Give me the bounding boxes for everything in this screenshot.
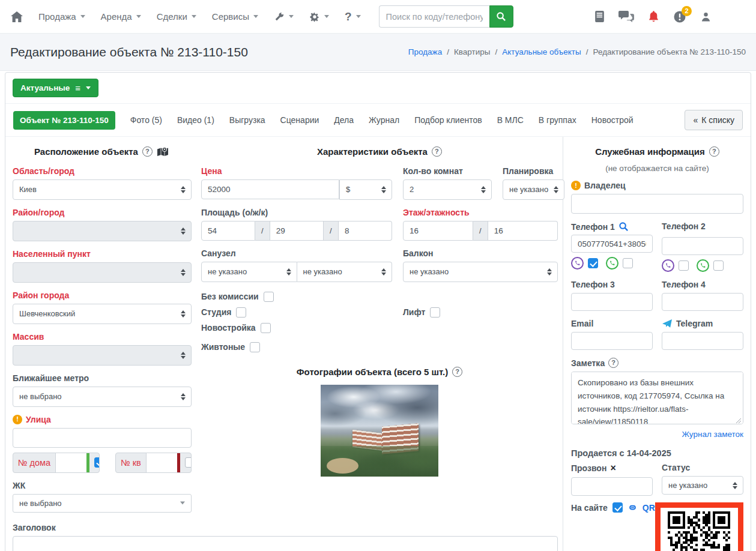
telegram-label: Telegram [662,319,743,328]
nav-item-rent[interactable]: Аренда [101,11,141,22]
help-icon[interactable]: ? [608,358,618,368]
city-district-select[interactable]: Шевченковский [13,304,192,324]
phone1-viber-checkbox[interactable] [588,258,598,268]
phone1-whatsapp-checkbox[interactable] [623,258,633,268]
selling-since-text: Продается с 14-04-2025 [571,448,743,458]
note-textarea[interactable]: Скопировано из базы внешних источников, … [571,372,743,424]
messages-icon[interactable] [618,10,634,23]
nav-item-tools[interactable] [274,11,294,22]
tab-journal[interactable]: Журнал [369,115,399,125]
floors-total-input[interactable] [488,221,558,241]
floor-input[interactable] [403,221,473,241]
balcony-select[interactable]: не указано [403,262,558,282]
double-chevron-left-icon: « [693,115,698,125]
house-apt-row: № дома № кв [13,453,192,473]
qr-code[interactable] [655,502,743,551]
email-input[interactable] [571,332,653,350]
house-number-checkbox[interactable] [94,457,100,468]
journal-icon[interactable] [594,10,605,23]
apt-number-checkbox[interactable] [185,457,192,468]
phone3-input[interactable] [571,293,653,311]
price-input[interactable] [201,179,339,199]
caret-down-icon [356,15,361,18]
qr-link[interactable]: QR [643,503,655,513]
nav-item-deals[interactable]: Сделки [157,11,196,22]
elevator-row: Лифт [403,307,558,318]
area-total-input[interactable] [201,221,255,241]
area-kitchen-input[interactable] [339,221,392,241]
actual-segment-button[interactable]: Актуальные ≡ [13,79,98,97]
clear-icon[interactable]: × [610,463,615,474]
street-input[interactable] [13,428,192,448]
studio-row: Студия [201,307,392,318]
object-photo[interactable] [321,385,438,477]
region-select[interactable]: Киев [13,179,192,200]
phone4-input[interactable] [662,293,743,311]
bathroom-select-1[interactable]: не указано [201,262,297,282]
characteristics-section: Характеристики объекта ? Цена $ Кол [201,140,558,513]
phone2-viber-checkbox[interactable] [679,260,689,271]
house-number-input[interactable] [55,453,86,472]
newbuild-checkbox[interactable] [261,323,271,333]
back-to-list-button[interactable]: « К списку [685,110,743,130]
owner-input[interactable] [571,194,743,214]
breadcrumb-sales[interactable]: Продажа [408,47,442,56]
rooms-select[interactable]: 2 [403,179,492,200]
search-button[interactable] [489,5,513,28]
layout-select[interactable]: не указано [503,179,564,200]
notifications-bell-icon[interactable] [648,10,659,23]
no-commission-checkbox[interactable] [264,292,274,302]
tab-video[interactable]: Видео (1) [177,115,214,125]
tab-scenarios[interactable]: Сценарии [280,115,319,125]
notes-log-link[interactable]: Журнал заметок [571,430,743,439]
area-living-input[interactable] [270,221,324,241]
home-icon[interactable] [11,11,23,22]
nav-item-services[interactable]: Сервисы [212,11,258,22]
title-field-input[interactable] [13,536,558,551]
studio-checkbox[interactable] [236,307,246,318]
nav-item-settings[interactable] [309,11,329,22]
phone2-whatsapp-checkbox[interactable] [713,260,724,271]
select-spinner-icon [181,269,186,276]
help-icon[interactable]: ? [709,146,719,157]
map-icon[interactable] [157,146,170,158]
phone2-label: Телефон 2 [662,221,743,231]
help-icon[interactable]: ? [142,146,153,157]
phone2-input[interactable] [662,237,743,255]
tab-photos[interactable]: Фото (5) [130,115,162,125]
tab-groups[interactable]: В группах [539,115,576,125]
prozvon-input[interactable] [571,477,653,496]
slash-separator: / [324,221,339,241]
link-icon[interactable] [627,502,638,513]
phone2-messengers [662,259,743,272]
breadcrumb-actual-objects[interactable]: Актуальные объекты [502,47,581,56]
apt-number-input[interactable] [146,453,177,472]
telegram-input[interactable] [662,332,743,350]
on-site-checkbox[interactable] [612,502,623,513]
tab-client-match[interactable]: Подбор клиентов [414,115,482,125]
help-icon[interactable]: ? [452,367,462,377]
tab-object[interactable]: Объект № 213-110-150 [13,111,115,130]
phone1-input[interactable] [571,235,653,253]
currency-select[interactable]: $ [339,179,392,200]
bathroom-select-2[interactable]: не указано [297,262,393,282]
elevator-checkbox[interactable] [430,307,440,318]
complex-select[interactable]: не выбрано [13,494,192,513]
metro-select[interactable]: не выбрано [13,387,192,407]
phone3-label: Телефон 3 [571,280,653,289]
tab-newbuild[interactable]: Новострой [591,115,634,125]
tab-export[interactable]: Выгрузка [229,115,265,125]
nav-item-sales[interactable]: Продажа [38,11,85,22]
status-select[interactable]: не указано [662,476,743,495]
nav-item-help[interactable]: ? [345,10,361,23]
tab-tasks[interactable]: Дела [334,115,354,125]
alerts-icon[interactable]: 2 [673,10,686,23]
select-spinner-icon [181,352,186,359]
phone-search-icon[interactable] [618,221,629,232]
help-icon[interactable]: ? [432,146,442,157]
tab-mls[interactable]: В МЛС [497,115,524,125]
pets-checkbox[interactable] [250,342,260,352]
profile-icon[interactable] [700,11,712,23]
bathroom-label: Санузел [201,248,392,258]
search-input[interactable] [379,5,489,28]
